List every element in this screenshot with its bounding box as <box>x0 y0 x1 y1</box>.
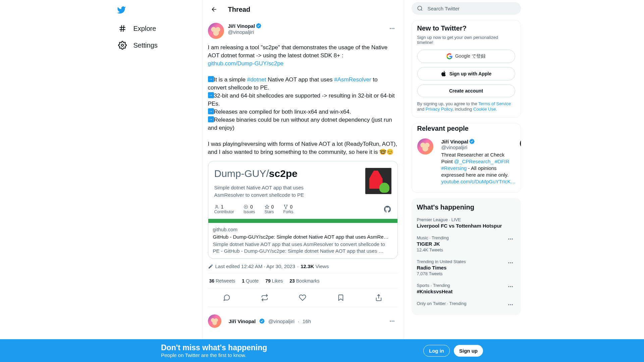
retweets-stat[interactable]: 36 Retweets <box>209 278 235 284</box>
left-nav: Explore Settings <box>110 0 202 362</box>
bookmarks-stat[interactable]: 23 Bookmarks <box>289 278 320 284</box>
person-name[interactable]: Jiří Vinopal <box>441 138 475 144</box>
reply-preview[interactable]: Jiří Vinopal @vinopaljiri · 16h <box>203 311 403 331</box>
nav-settings[interactable]: Settings <box>114 37 162 54</box>
author-avatar[interactable] <box>208 23 224 39</box>
reply-avatar[interactable] <box>208 314 221 328</box>
privacy-link[interactable]: Privacy Policy <box>426 107 452 112</box>
follow-button[interactable]: Follow <box>520 138 521 148</box>
back-button[interactable] <box>208 3 220 15</box>
svg-point-12 <box>284 205 285 205</box>
search-icon <box>417 5 423 11</box>
likes-stat[interactable]: 79 Likes <box>265 278 283 284</box>
trend-item[interactable]: Trending in United States Radio Times 7,… <box>412 256 521 280</box>
twitter-logo[interactable] <box>114 3 129 17</box>
trend-item[interactable]: Sports · Trending #KnicksvsHeat <box>412 280 521 298</box>
signup-banner: Don't miss what's happening People on Tw… <box>0 339 644 362</box>
create-account-button[interactable]: Create account <box>417 84 515 97</box>
svg-point-20 <box>508 239 509 240</box>
bio-link-cp[interactable]: @_CPResearch_ <box>454 159 493 164</box>
card-divider <box>208 219 397 223</box>
like-button[interactable] <box>296 291 309 304</box>
share-icon <box>375 294 382 301</box>
signup-apple-button[interactable]: Sign up with Apple <box>417 67 515 80</box>
trend-count: 7,078 Tweets <box>417 271 503 276</box>
svg-point-15 <box>390 321 391 322</box>
reply-more-button[interactable] <box>386 315 398 327</box>
trend-context: Only on Twitter · Trending <box>417 301 503 306</box>
person-handle[interactable]: @vinopaljiri <box>441 144 516 150</box>
reply-author-handle: @vinopaljiri <box>268 318 294 324</box>
svg-point-22 <box>512 239 513 240</box>
svg-point-26 <box>508 286 509 287</box>
apple-icon <box>441 71 447 77</box>
card-title: GitHub - Dump-GUY/sc2pe: Simple dotnet N… <box>213 234 393 240</box>
gear-icon <box>118 41 127 50</box>
tos-link[interactable]: Terms of Service <box>478 101 511 106</box>
svg-point-5 <box>390 28 391 29</box>
trend-more-button[interactable] <box>505 283 516 294</box>
signup-terms: By signing up, you agree to the Terms of… <box>417 101 515 112</box>
trend-item[interactable]: Music · Trending TIGER JK 12.4K Tweets <box>412 232 521 256</box>
signup-button[interactable]: Sign up <box>454 345 483 357</box>
main-column: Thread Jiří Vinopal @vinopaljiri <box>202 0 404 362</box>
more-icon <box>389 25 395 32</box>
signup-title: New to Twitter? <box>417 24 515 32</box>
more-icon <box>507 284 514 290</box>
trend-more-button[interactable] <box>505 235 516 252</box>
link-card[interactable]: Dump-GUY/sc2pe Simple dotnet Native AOT … <box>208 161 398 259</box>
search-box[interactable] <box>412 2 521 15</box>
reply-button[interactable] <box>220 291 233 304</box>
hashtag-asmresolver[interactable]: #AsmResolver <box>334 76 371 83</box>
bio-youtube-link[interactable]: youtube.com/c/DuMpGuYTrIcK… <box>441 179 516 184</box>
tweet-stats: 36 Retweets 1 Quote 79 Likes 23 Bookmark… <box>208 273 398 288</box>
thread-header: Thread <box>203 0 403 19</box>
quotes-stat[interactable]: 1 Quote <box>242 278 259 284</box>
svg-point-13 <box>286 205 287 205</box>
trend-context: Premier League · LIVE <box>417 217 516 222</box>
reply-author-name: Jiří Vinopal <box>229 318 256 324</box>
retweet-button[interactable] <box>258 291 271 304</box>
signup-google-button[interactable]: Google で登録 <box>417 50 515 63</box>
page-title: Thread <box>228 6 251 13</box>
trend-more-button[interactable] <box>505 301 516 308</box>
banner-title: Don't miss what's happening <box>161 343 267 352</box>
trend-more-button[interactable] <box>505 259 516 276</box>
svg-point-21 <box>510 239 511 240</box>
card-domain: github.com <box>213 226 393 233</box>
trend-item[interactable]: Premier League · LIVE Liverpool FC vs To… <box>412 214 521 232</box>
verified-icon <box>259 318 265 324</box>
arrow-left-icon <box>211 6 217 13</box>
hashtag-dotnet[interactable]: #dotnet <box>247 76 266 83</box>
reply-time: 16h <box>303 318 311 324</box>
bookmark-button[interactable] <box>334 291 347 304</box>
svg-point-27 <box>510 286 511 287</box>
star-icon <box>265 204 269 209</box>
fork-icon <box>283 204 288 209</box>
google-icon <box>446 53 452 59</box>
share-button[interactable] <box>372 291 385 304</box>
trend-count: 12.4K Tweets <box>417 247 503 252</box>
person-avatar[interactable] <box>417 138 433 155</box>
arrow-emoji-icon <box>208 116 214 122</box>
main-tweet: Jiří Vinopal @vinopaljiri I am releasing… <box>203 19 403 311</box>
tweet-more-button[interactable] <box>386 23 398 34</box>
right-sidebar: New to Twitter? Sign up now to get your … <box>404 0 521 362</box>
author-handle[interactable]: @vinopaljiri <box>228 29 386 35</box>
author-name[interactable]: Jiří Vinopal <box>228 23 262 29</box>
bio-link-dfir[interactable]: #DFIR <box>495 159 509 164</box>
svg-point-16 <box>391 321 392 322</box>
banner-sub: People on Twitter are the first to know. <box>161 352 267 358</box>
heart-icon <box>299 294 306 301</box>
svg-point-17 <box>393 321 394 322</box>
hash-icon <box>118 24 127 33</box>
happening-title: What's happening <box>412 202 521 214</box>
svg-point-23 <box>508 262 509 263</box>
nav-explore[interactable]: Explore <box>114 20 160 37</box>
github-link[interactable]: github.com/Dump-GUY/sc2pe <box>208 60 284 67</box>
bio-link-rev[interactable]: #Reversing <box>441 165 467 171</box>
cookie-link[interactable]: Cookie Use. <box>473 107 497 112</box>
login-button[interactable]: Log in <box>423 345 450 357</box>
search-input[interactable] <box>428 6 516 11</box>
trend-item[interactable]: Only on Twitter · Trending <box>412 298 521 311</box>
